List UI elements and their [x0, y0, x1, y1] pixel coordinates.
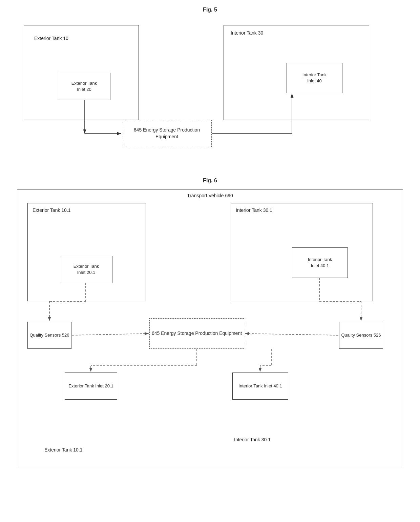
- energy-645-box: 645 Energy Storage Production Equipment: [122, 120, 212, 147]
- interior-inlet-401-inner-label: Interior Tank Inlet 40.1: [306, 257, 334, 269]
- exterior-inlet-20-box: Exterior Tank Inlet 20: [58, 73, 110, 100]
- interior-inlet-401-bot-box: Interior Tank Inlet 40.1: [232, 373, 288, 400]
- interior-inlet-40-label: Interior Tank Inlet 40: [301, 72, 329, 84]
- interior-inlet-40-box: Interior Tank Inlet 40: [287, 63, 342, 93]
- exterior-tank-10-box: Exterior Tank 10 Exterior Tank Inlet 20: [24, 25, 139, 120]
- energy-645-6-box: 645 Energy Storage Production Equipment: [149, 318, 244, 349]
- fig6-title: Fig. 6: [14, 178, 406, 184]
- exterior-tank-101-box: Exterior Tank 10.1 Exterior Tank Inlet 2…: [27, 203, 146, 301]
- exterior-inlet-201-bot-box: Exterior Tank Inlet 20.1: [65, 373, 117, 400]
- exterior-tank-101-label: Exterior Tank 10.1: [33, 207, 71, 213]
- interior-tank-301-label: Interior Tank 30.1: [236, 207, 272, 213]
- exterior-tank-101-bot-label: Exterior Tank 10.1: [44, 447, 83, 453]
- exterior-inlet-201-inner-label: Exterior Tank Inlet 20.1: [73, 263, 99, 276]
- quality-sensors-left-label: Quality Sensors 526: [29, 332, 69, 338]
- exterior-tank-10-label: Exterior Tank 10: [34, 36, 68, 41]
- transport-vehicle-label: Transport Vehicle 690: [187, 193, 233, 198]
- interior-tank-301-bot-label: Interior Tank 30.1: [234, 437, 271, 442]
- energy-645-label: 645 Energy Storage Production Equipment: [122, 127, 211, 140]
- exterior-inlet-201-bot-label: Exterior Tank Inlet 20.1: [68, 383, 113, 389]
- svg-line-12: [72, 334, 149, 335]
- quality-sensors-right-box: Quality Sensors 526: [339, 322, 383, 349]
- exterior-inlet-201-inner-box: Exterior Tank Inlet 20.1: [60, 256, 112, 283]
- fig5-title: Fig. 5: [14, 7, 406, 13]
- interior-inlet-401-bot-label: Interior Tank Inlet 40.1: [238, 383, 282, 389]
- quality-sensors-right-label: Quality Sensors 526: [341, 332, 381, 338]
- quality-sensors-left-box: Quality Sensors 526: [27, 322, 71, 349]
- interior-tank-30-box: Interior Tank 30 Interior Tank Inlet 40: [224, 25, 369, 120]
- fig5-container: Exterior Tank 10 Exterior Tank Inlet 20 …: [17, 18, 403, 164]
- svg-line-19: [245, 334, 338, 335]
- interior-tank-30-label: Interior Tank 30: [231, 30, 263, 36]
- energy-645-6-label: 645 Energy Storage Production Equipment: [152, 330, 242, 337]
- interior-inlet-401-inner-box: Interior Tank Inlet 40.1: [292, 247, 348, 278]
- exterior-inlet-20-label: Exterior Tank Inlet 20: [71, 80, 97, 93]
- fig6-container: Transport Vehicle 690 Exterior Tank 10.1…: [17, 189, 403, 467]
- interior-tank-301-box: Interior Tank 30.1 Interior Tank Inlet 4…: [231, 203, 373, 301]
- page: Fig. 5 Exterior Tank 10 Exterior Tank In…: [0, 0, 420, 474]
